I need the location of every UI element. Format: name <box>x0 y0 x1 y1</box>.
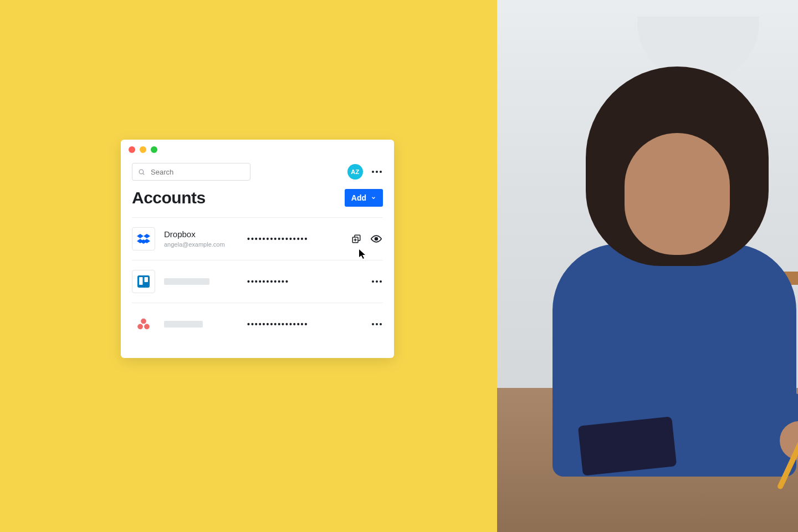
account-row[interactable]: Dropbox angela@example.com •••••••••••••… <box>132 217 383 260</box>
svg-point-17 <box>144 324 150 329</box>
reveal-password-button[interactable] <box>370 232 383 245</box>
svg-point-11 <box>375 238 378 241</box>
account-name: Dropbox <box>164 230 247 239</box>
accounts-list: Dropbox angela@example.com •••••••••••••… <box>121 217 394 345</box>
row-more-button[interactable] <box>371 318 383 330</box>
svg-marker-2 <box>137 234 144 238</box>
chevron-down-icon <box>371 195 376 201</box>
svg-rect-14 <box>145 277 149 282</box>
asana-icon <box>132 313 155 336</box>
window-titlebar <box>121 140 394 160</box>
add-button-label: Add <box>351 193 366 202</box>
password-masked: •••••••••••••••• <box>247 320 371 329</box>
account-username: angela@example.com <box>164 241 247 248</box>
svg-line-1 <box>143 173 144 174</box>
app-menu-button[interactable] <box>371 166 383 178</box>
marketing-photo <box>497 0 798 532</box>
more-horizontal-icon <box>372 171 382 173</box>
search-input[interactable] <box>150 167 244 177</box>
page-title: Accounts <box>132 188 206 207</box>
dropbox-icon <box>132 227 155 250</box>
more-horizontal-icon <box>372 280 382 283</box>
trello-icon <box>132 270 155 293</box>
more-horizontal-icon <box>372 323 382 325</box>
row-more-button[interactable] <box>371 275 383 288</box>
window-close-button[interactable] <box>129 146 135 153</box>
account-name-placeholder <box>164 278 209 285</box>
account-row[interactable]: •••••••••••••••• <box>132 303 383 345</box>
password-masked: ••••••••••• <box>247 277 371 286</box>
account-row[interactable]: ••••••••••• <box>132 260 383 303</box>
svg-marker-3 <box>144 234 150 238</box>
svg-point-15 <box>141 319 146 324</box>
account-name-placeholder <box>164 321 203 328</box>
svg-rect-13 <box>139 277 143 285</box>
svg-point-0 <box>139 170 144 174</box>
search-icon <box>138 168 145 176</box>
copy-icon <box>351 234 361 244</box>
svg-point-16 <box>137 324 143 329</box>
mouse-cursor-icon <box>359 249 367 259</box>
password-masked: •••••••••••••••• <box>247 234 350 243</box>
yellow-background-panel: AZ Accounts Add <box>0 0 497 532</box>
eye-icon <box>371 233 382 244</box>
password-manager-window: AZ Accounts Add <box>121 140 394 358</box>
copy-password-button[interactable] <box>350 232 363 245</box>
user-avatar[interactable]: AZ <box>347 164 363 180</box>
search-field[interactable] <box>132 163 250 181</box>
window-minimize-button[interactable] <box>140 146 146 153</box>
add-account-button[interactable]: Add <box>345 189 383 207</box>
window-zoom-button[interactable] <box>151 146 157 153</box>
